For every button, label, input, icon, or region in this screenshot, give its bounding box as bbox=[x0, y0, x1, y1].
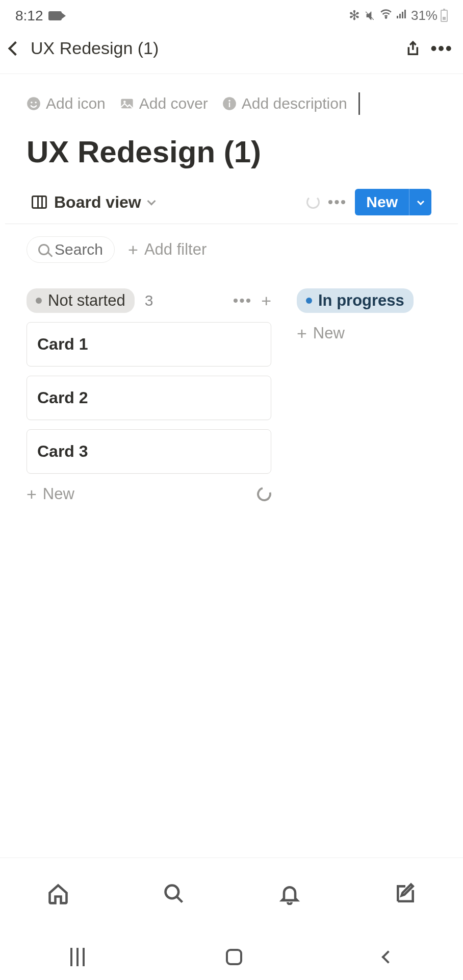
status-dot-icon bbox=[306, 298, 312, 304]
filter-row: Search + Add filter bbox=[0, 224, 463, 268]
loading-spinner-icon bbox=[254, 484, 274, 503]
search-button[interactable]: Search bbox=[27, 236, 115, 263]
system-status-bar: 8:12 ✻ 🔇︎ 31% bbox=[0, 0, 463, 29]
add-cover-label: Add cover bbox=[139, 95, 208, 112]
board-card[interactable]: Card 2 bbox=[27, 376, 271, 420]
add-cover-button[interactable]: Add cover bbox=[120, 95, 208, 112]
status-time: 8:12 bbox=[15, 8, 43, 24]
view-label: Board view bbox=[54, 193, 141, 212]
svg-point-9 bbox=[123, 101, 126, 103]
search-label: Search bbox=[55, 241, 103, 258]
page-meta-actions: Add icon Add cover Add description bbox=[0, 92, 463, 115]
svg-rect-1 bbox=[397, 16, 398, 18]
svg-point-7 bbox=[35, 102, 37, 104]
system-recents-button[interactable] bbox=[70, 948, 85, 966]
back-button[interactable] bbox=[8, 41, 22, 55]
battery-percent: 31% bbox=[411, 8, 438, 23]
svg-point-13 bbox=[165, 885, 178, 898]
search-icon bbox=[38, 244, 49, 255]
plus-icon: + bbox=[128, 241, 138, 258]
column-header: In progress bbox=[297, 288, 463, 313]
status-dot-icon bbox=[36, 298, 42, 304]
nav-compose-button[interactable] bbox=[394, 883, 417, 905]
share-button[interactable] bbox=[403, 40, 420, 57]
bluetooth-icon: ✻ bbox=[349, 8, 360, 23]
add-card-label: New bbox=[313, 324, 345, 342]
system-back-button[interactable] bbox=[381, 950, 394, 963]
status-label: In progress bbox=[318, 291, 404, 310]
nav-home-button[interactable] bbox=[47, 883, 69, 905]
board-icon bbox=[32, 195, 47, 209]
plus-icon: + bbox=[297, 325, 307, 342]
svg-point-12 bbox=[228, 100, 230, 102]
svg-point-0 bbox=[385, 17, 387, 18]
new-button-label: New bbox=[355, 189, 409, 215]
column-header: Not started 3 ••• + bbox=[27, 288, 271, 313]
view-switcher[interactable]: Board view bbox=[32, 193, 155, 212]
add-description-button[interactable]: Add description bbox=[222, 95, 347, 112]
emoji-icon bbox=[27, 96, 41, 111]
text-cursor bbox=[358, 92, 360, 115]
wifi-icon bbox=[379, 7, 393, 24]
add-card-button[interactable]: + New bbox=[27, 485, 74, 503]
svg-rect-2 bbox=[399, 14, 401, 18]
battery-icon bbox=[441, 10, 448, 22]
add-description-label: Add description bbox=[242, 95, 347, 112]
board-columns[interactable]: Not started 3 ••• + Card 1 Card 2 Card 3… bbox=[0, 268, 463, 503]
svg-rect-4 bbox=[404, 10, 406, 18]
system-home-button[interactable] bbox=[226, 949, 242, 965]
mute-icon: 🔇︎ bbox=[363, 8, 376, 23]
info-icon bbox=[222, 96, 237, 111]
signal-icon bbox=[396, 8, 408, 23]
chevron-down-icon bbox=[417, 198, 424, 205]
app-bottom-nav bbox=[0, 857, 463, 929]
add-icon-button[interactable]: Add icon bbox=[27, 95, 106, 112]
column-add-button[interactable]: + bbox=[261, 292, 271, 309]
column-menu-button[interactable]: ••• bbox=[233, 292, 252, 309]
nav-search-button[interactable] bbox=[163, 883, 185, 905]
view-options-button[interactable]: ••• bbox=[328, 193, 347, 211]
status-tag[interactable]: Not started bbox=[27, 288, 135, 313]
status-tag[interactable]: In progress bbox=[297, 288, 414, 313]
database-toolbar: Board view ••• New bbox=[5, 175, 458, 224]
svg-point-5 bbox=[27, 97, 40, 110]
page-title[interactable]: UX Redesign (1) bbox=[0, 115, 463, 175]
add-filter-label: Add filter bbox=[144, 240, 207, 259]
add-filter-button[interactable]: + Add filter bbox=[128, 240, 207, 259]
svg-rect-3 bbox=[402, 12, 403, 18]
add-icon-label: Add icon bbox=[46, 95, 106, 112]
board-column-not-started: Not started 3 ••• + Card 1 Card 2 Card 3… bbox=[27, 288, 271, 503]
loading-spinner-icon bbox=[306, 195, 320, 209]
header-title[interactable]: UX Redesign (1) bbox=[31, 38, 393, 58]
board-card[interactable]: Card 3 bbox=[27, 429, 271, 474]
app-header: UX Redesign (1) ••• bbox=[0, 29, 463, 74]
system-nav-bar bbox=[0, 934, 463, 980]
new-entry-button[interactable]: New bbox=[355, 189, 431, 215]
chevron-down-icon bbox=[147, 197, 156, 206]
more-menu-button[interactable]: ••• bbox=[430, 44, 453, 53]
image-icon bbox=[120, 96, 134, 111]
svg-point-6 bbox=[31, 102, 33, 104]
column-count: 3 bbox=[145, 292, 153, 309]
status-label: Not started bbox=[48, 291, 125, 310]
plus-icon: + bbox=[27, 485, 37, 503]
add-card-label: New bbox=[43, 485, 74, 503]
board-card[interactable]: Card 1 bbox=[27, 322, 271, 366]
nav-notifications-button[interactable] bbox=[278, 883, 301, 905]
svg-rect-11 bbox=[229, 103, 230, 107]
board-column-in-progress: In progress + New bbox=[297, 288, 463, 503]
recording-icon bbox=[48, 11, 62, 20]
add-card-button[interactable]: + New bbox=[297, 324, 463, 342]
new-button-dropdown[interactable] bbox=[409, 189, 431, 215]
